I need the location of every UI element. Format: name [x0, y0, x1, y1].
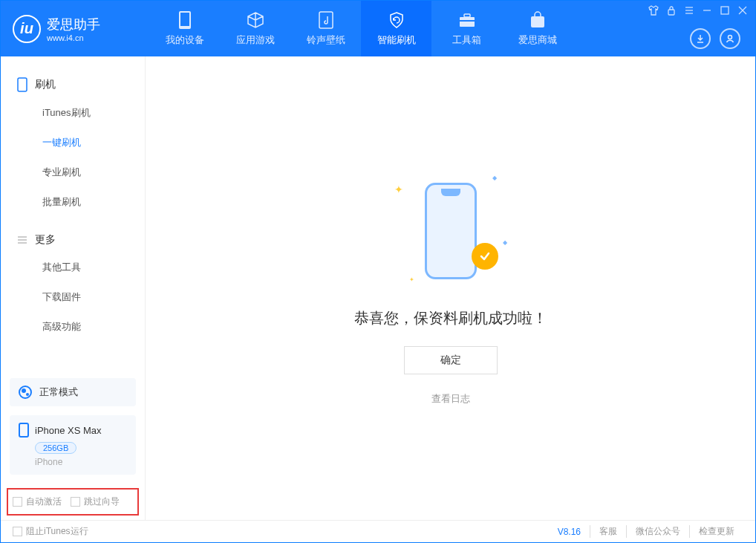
header-bar: iu 爱思助手 www.i4.cn 我的设备 应用游戏 铃声壁纸 智能刷机 工具… [1, 1, 755, 56]
sidebar-item-pro[interactable]: 专业刷机 [1, 157, 145, 187]
minimize-icon[interactable] [702, 5, 712, 19]
svg-point-15 [729, 36, 732, 39]
music-file-icon [316, 10, 336, 30]
mode-icon [19, 386, 32, 399]
tab-label: 我的设备 [166, 33, 204, 47]
phone-icon [175, 10, 195, 30]
logo-icon: iu [13, 15, 41, 43]
group-label: 更多 [35, 233, 56, 247]
maximize-icon[interactable] [720, 5, 730, 19]
checkbox-auto-activate[interactable]: 自动激活 [13, 495, 62, 508]
checkbox-skip-guide[interactable]: 跳过向导 [71, 495, 120, 508]
version-label: V8.16 [558, 527, 581, 537]
highlight-options: 自动激活 跳过向导 [7, 488, 139, 516]
list-icon [17, 235, 27, 245]
device-card[interactable]: iPhone XS Max 256GB iPhone [10, 415, 136, 475]
sidebar-item-itunes[interactable]: iTunes刷机 [1, 98, 145, 128]
menu-icon[interactable] [684, 5, 694, 19]
checkbox-label: 自动激活 [26, 495, 62, 508]
close-icon[interactable] [737, 5, 748, 19]
tab-label: 爱思商城 [518, 33, 557, 47]
user-button[interactable] [720, 28, 740, 49]
svg-rect-3 [460, 17, 475, 27]
svg-rect-4 [464, 14, 470, 17]
device-name: iPhone XS Max [35, 425, 102, 436]
sparkle-icon: ◆ [503, 239, 507, 246]
app-logo: iu 爱思助手 www.i4.cn [1, 1, 149, 56]
tab-apps[interactable]: 应用游戏 [220, 1, 290, 56]
device-type: iPhone [35, 457, 127, 467]
check-circle-icon [472, 243, 498, 270]
checkbox-icon [13, 527, 22, 536]
success-illustration: ✦ ◆ ✦ ◆ [399, 172, 503, 290]
mode-label: 正常模式 [39, 386, 78, 399]
tab-ringtones[interactable]: 铃声壁纸 [290, 1, 361, 56]
cube-icon [246, 10, 265, 30]
tab-label: 智能刷机 [377, 33, 416, 47]
bag-icon [528, 10, 547, 30]
sidebar: 刷机 iTunes刷机 一键刷机 专业刷机 批量刷机 更多 其他工具 下载固件 … [1, 56, 146, 520]
sidebar-item-oneclick[interactable]: 一键刷机 [1, 128, 145, 157]
tab-label: 铃声壁纸 [307, 33, 345, 47]
svg-rect-6 [531, 16, 544, 27]
app-title: 爱思助手 [47, 16, 100, 33]
svg-rect-2 [319, 12, 333, 28]
ok-button[interactable]: 确定 [404, 346, 498, 374]
checkbox-label: 跳过向导 [84, 495, 120, 508]
window-controls [648, 5, 748, 19]
sidebar-item-batch[interactable]: 批量刷机 [1, 187, 145, 217]
checkbox-label: 阻止iTunes运行 [26, 525, 88, 538]
checkbox-block-itunes[interactable]: 阻止iTunes运行 [13, 525, 88, 538]
tab-my-device[interactable]: 我的设备 [149, 1, 220, 56]
app-url: www.i4.cn [47, 33, 100, 42]
tab-label: 工具箱 [452, 33, 481, 47]
sidebar-item-advanced[interactable]: 高级功能 [1, 312, 145, 342]
tab-label: 应用游戏 [236, 33, 275, 47]
svg-rect-1 [180, 13, 189, 26]
header-actions [690, 28, 740, 49]
sparkle-icon: ✦ [409, 276, 414, 283]
phone-illustration [425, 183, 477, 279]
nav-tabs: 我的设备 应用游戏 铃声壁纸 智能刷机 工具箱 爱思商城 [149, 1, 573, 56]
capacity-badge: 256GB [35, 442, 76, 454]
mode-card[interactable]: 正常模式 [10, 378, 136, 406]
footer-link-wechat[interactable]: 微信公众号 [626, 525, 689, 538]
checkbox-icon [13, 497, 22, 507]
sidebar-group-more: 更多 [1, 227, 145, 253]
footer-bar: 阻止iTunes运行 V8.16 客服 微信公众号 检查更新 [1, 520, 755, 542]
success-message: 恭喜您，保资料刷机成功啦！ [354, 308, 547, 328]
phone-outline-icon [17, 77, 27, 92]
sidebar-group-flash: 刷机 [1, 71, 145, 98]
svg-rect-16 [18, 78, 27, 91]
toolbox-icon [457, 10, 477, 30]
tab-store[interactable]: 爱思商城 [502, 1, 573, 56]
lock-icon[interactable] [666, 5, 677, 19]
shirt-icon[interactable] [648, 5, 659, 19]
svg-rect-5 [460, 20, 475, 22]
tab-flash[interactable]: 智能刷机 [361, 1, 431, 56]
footer-link-update[interactable]: 检查更新 [689, 525, 743, 538]
download-button[interactable] [690, 28, 711, 49]
sparkle-icon: ✦ [394, 183, 403, 195]
footer-link-support[interactable]: 客服 [590, 525, 626, 538]
sidebar-item-firmware[interactable]: 下载固件 [1, 282, 145, 312]
checkbox-icon [71, 497, 80, 507]
sidebar-item-other[interactable]: 其他工具 [1, 253, 145, 282]
view-log-link[interactable]: 查看日志 [431, 392, 470, 406]
refresh-shield-icon [387, 10, 406, 30]
svg-rect-7 [668, 10, 674, 15]
main-content: ✦ ◆ ✦ ◆ 恭喜您，保资料刷机成功啦！ 确定 查看日志 [146, 56, 755, 520]
svg-rect-12 [721, 7, 729, 14]
device-icon [19, 423, 29, 438]
group-label: 刷机 [35, 78, 56, 91]
tab-toolbox[interactable]: 工具箱 [431, 1, 502, 56]
sparkle-icon: ◆ [492, 175, 497, 181]
